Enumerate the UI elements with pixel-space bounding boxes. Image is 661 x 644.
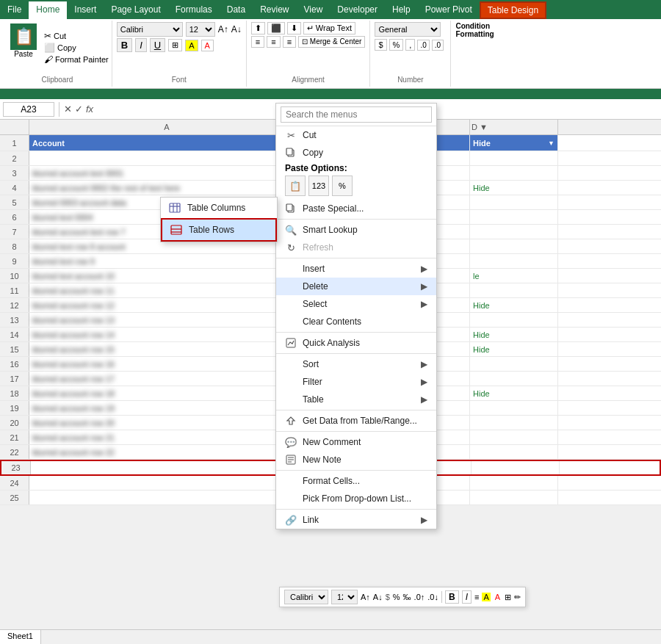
mini-align-icon[interactable]: ≡ [474,593,479,601]
menu-search-input[interactable] [281,106,432,123]
cell-a[interactable]: blurred account row 20 [29,416,305,430]
tab-power-pivot[interactable]: Power Pivot [418,1,480,19]
cell-a[interactable]: blurred text account 10 [29,269,305,283]
cell-d[interactable] [470,476,558,490]
mini-increase-decimal-icon[interactable]: .0↑ [414,593,425,601]
menu-item-clear-contents[interactable]: Clear Contents [276,313,436,330]
cell-a[interactable]: blurred account row 22 [29,445,305,459]
cell-d[interactable] [470,401,558,415]
align-center-button[interactable]: ≡ [267,36,280,48]
cut-button[interactable]: ✂ Cut [44,31,109,41]
font-size-select[interactable]: 12 [186,22,215,37]
merge-center-button[interactable]: ⊡ Merge & Center [298,36,365,48]
align-left-button[interactable]: ≡ [251,36,264,48]
menu-item-table[interactable]: Table ▶ [276,391,436,408]
menu-item-smart-lookup[interactable]: 🔍 Smart Lookup [276,221,436,239]
paste-option-default[interactable]: 📋 [285,176,306,196]
tab-page-layout[interactable]: Page Layout [104,1,167,19]
comma-button[interactable]: , [405,39,415,51]
cell-reference-box[interactable] [3,102,54,117]
underline-button[interactable]: U [150,38,165,52]
cell-d[interactable] [470,254,558,268]
column-header-a[interactable]: A [29,120,305,134]
menu-search-box[interactable] [276,104,436,126]
cell-a[interactable] [29,151,305,165]
confirm-formula-icon[interactable]: ✓ [75,104,83,115]
menu-item-paste-special[interactable]: Paste Special... [276,200,436,217]
cell-a[interactable] [29,491,305,504]
cell-d[interactable] [470,283,558,297]
italic-button[interactable]: I [135,38,147,52]
cell-d[interactable] [470,445,558,459]
increase-decimal-button[interactable]: .0 [417,40,429,51]
cell-a[interactable]: blurred account row 16 [29,357,305,371]
column-header-d[interactable]: D ▼ [470,120,558,134]
menu-item-delete[interactable]: Delete ▶ [276,278,436,295]
decrease-decimal-button[interactable]: .0 [432,40,444,51]
mini-decrease-font-icon[interactable]: A↓ [373,593,383,601]
tab-home[interactable]: Home [29,1,67,19]
cell-a[interactable] [29,476,305,490]
insert-function-icon[interactable]: fx [86,104,93,115]
tab-help[interactable]: Help [385,1,418,19]
cell-d[interactable] [470,225,558,239]
cell-a[interactable]: blurred account row 11 [29,283,305,297]
cell-a[interactable]: blurred 0003 account data [29,195,305,209]
cell-23-d[interactable] [472,461,560,474]
format-painter-button[interactable]: 🖌 Format Painter [44,54,109,65]
cell-a[interactable]: blurred account row 13 [29,313,305,327]
cell-1-a[interactable]: Account ▼ [29,135,305,151]
menu-item-copy[interactable]: Copy [276,144,436,162]
cell-d[interactable] [470,195,558,209]
cell-a[interactable]: blurred text row 8 account [29,239,305,253]
mini-bold-button[interactable]: B [445,590,459,604]
tab-formulas[interactable]: Formulas [168,1,220,19]
mini-percent-icon[interactable]: % [393,593,400,601]
sheet-tab-1[interactable]: Sheet1 [0,630,41,644]
mini-decrease-decimal-icon[interactable]: .0↓ [427,593,438,601]
mini-increase-font-icon[interactable]: A↑ [361,593,370,601]
cell-a[interactable]: blurred account row 18 [29,386,305,400]
menu-item-select[interactable]: Select ▶ [276,295,436,313]
paste-option-format[interactable]: % [332,176,353,196]
cancel-formula-icon[interactable]: ✕ [64,104,72,115]
cell-a[interactable]: blurred account row 17 [29,372,305,386]
align-right-button[interactable]: ≡ [283,36,296,48]
tab-view[interactable]: View [297,1,330,19]
mini-currency-icon[interactable]: $ [386,593,390,601]
paste-button[interactable]: 📋 Paste [6,22,41,73]
cell-d[interactable] [470,372,558,386]
cell-a[interactable]: blurred account row 12 [29,298,305,312]
mini-font-size-select[interactable]: 12 [331,590,358,604]
align-top-button[interactable]: ⬆ [251,22,265,35]
cell-a[interactable]: blurred text 0004 [29,210,305,224]
tab-developer[interactable]: Developer [330,1,385,19]
cell-d[interactable]: Hide [470,298,558,312]
mini-highlight-icon[interactable]: A [482,593,490,601]
menu-item-new-comment[interactable]: 💬 New Comment [276,433,436,451]
menu-item-get-data[interactable]: Get Data from Table/Range... [276,412,436,430]
menu-item-link[interactable]: 🔗 Link ▶ [276,511,436,529]
cell-d[interactable] [470,151,558,165]
decrease-font-button[interactable]: A↓ [231,24,242,35]
menu-item-sort[interactable]: Sort ▶ [276,355,436,373]
cell-d[interactable] [470,239,558,253]
cell-a[interactable]: blurred account 0002 the rest of text he… [29,181,305,195]
mini-font-family-select[interactable]: Calibri [284,590,328,604]
menu-item-format-cells[interactable]: Format Cells... [276,472,436,490]
font-family-select[interactable]: Calibri [117,22,183,37]
align-bottom-button[interactable]: ⬇ [287,22,301,35]
cell-d[interactable] [470,491,558,504]
cell-d[interactable]: le [470,269,558,283]
menu-item-refresh[interactable]: ↻ Refresh [276,239,436,256]
paste-option-values[interactable]: 123 [308,176,329,196]
cell-a[interactable]: blurred account row 21 [29,430,305,444]
tab-review[interactable]: Review [253,1,296,19]
tab-file[interactable]: File [0,1,29,19]
highlight-color-button[interactable]: A [185,40,198,51]
font-color-button[interactable]: A [201,40,214,51]
increase-font-button[interactable]: A↑ [218,24,228,35]
percent-button[interactable]: % [389,39,404,51]
mini-comma-icon[interactable]: ‰ [403,593,411,601]
menu-item-filter[interactable]: Filter ▶ [276,373,436,391]
